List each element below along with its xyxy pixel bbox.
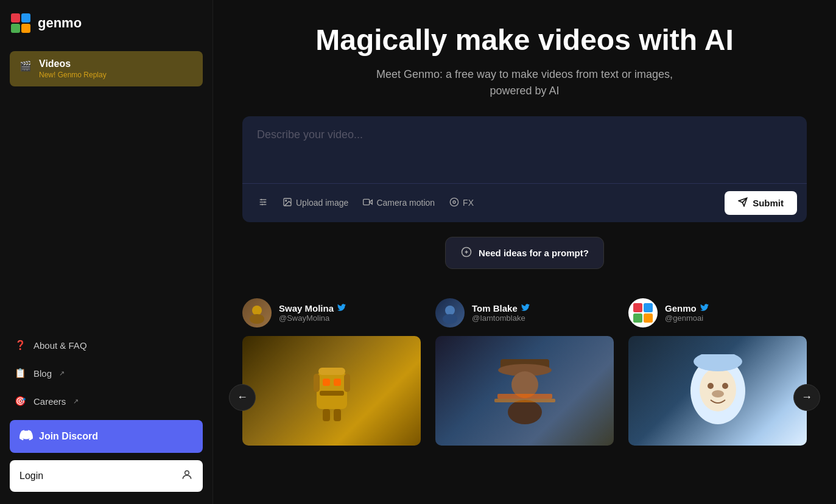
svg-rect-2 — [11, 24, 20, 33]
video-thumb-sway[interactable] — [242, 336, 421, 446]
svg-rect-21 — [323, 379, 330, 386]
external-link-icon-2: ↗ — [73, 397, 79, 405]
fx-button[interactable]: FX — [443, 192, 480, 214]
arrow-left-icon: ← — [237, 391, 248, 404]
hero-subtitle: Meet Genmo: a free way to make videos fr… — [242, 66, 807, 99]
ideas-label: Need ideas for a prompt? — [479, 248, 589, 258]
fx-icon — [449, 197, 459, 209]
sidebar-item-careers[interactable]: 🎯 Careers ↗ — [10, 390, 203, 413]
svg-point-30 — [443, 314, 457, 324]
toolbar: Upload image Camera motion FX Submit — [242, 183, 807, 222]
svg-rect-0 — [11, 13, 20, 23]
help-icon: ❓ — [15, 340, 26, 351]
ideas-button[interactable]: Need ideas for a prompt? — [445, 237, 604, 269]
svg-point-14 — [450, 198, 458, 206]
login-button[interactable]: Login — [10, 460, 203, 492]
upload-image-button[interactable]: Upload image — [276, 192, 354, 214]
svg-point-29 — [445, 306, 455, 315]
user-name-sway: Sway Molina — [279, 303, 334, 313]
discord-icon — [19, 429, 33, 444]
app-name: genmo — [38, 15, 82, 31]
testimonials-row: Sway Molina @SwayMolina — [242, 298, 807, 446]
svg-rect-23 — [320, 391, 344, 396]
user-name-tom: Tom Blake — [472, 303, 518, 313]
upload-image-label: Upload image — [296, 198, 348, 208]
svg-point-42 — [700, 368, 736, 411]
svg-rect-38 — [644, 303, 653, 312]
blog-label: Blog — [33, 368, 52, 379]
video-thumb-genmo[interactable] — [628, 336, 807, 446]
twitter-icon-genmo — [700, 303, 709, 313]
carousel-next-button[interactable]: → — [793, 384, 820, 411]
camera-motion-button[interactable]: Camera motion — [357, 192, 441, 214]
svg-rect-13 — [364, 199, 370, 205]
svg-rect-22 — [334, 379, 341, 386]
careers-label: Careers — [33, 396, 66, 407]
user-name-genmo: Genmo — [665, 303, 697, 313]
avatar-genmo — [628, 298, 658, 327]
svg-rect-37 — [633, 303, 642, 312]
settings-icon — [258, 197, 268, 209]
svg-point-19 — [250, 314, 264, 324]
twitter-icon-sway — [337, 303, 346, 313]
videos-label: Videos — [39, 58, 107, 69]
svg-point-4 — [185, 471, 189, 475]
discord-label: Join Discord — [39, 431, 98, 442]
arrow-right-icon: → — [801, 391, 812, 404]
twitter-icon-tom — [521, 303, 530, 313]
upload-icon — [283, 197, 292, 209]
svg-rect-26 — [323, 409, 330, 421]
svg-rect-40 — [644, 313, 653, 323]
user-handle-sway: @SwayMolina — [279, 313, 421, 323]
sidebar: genmo 🎬 Videos New! Genmo Replay ❓ About… — [0, 0, 213, 504]
testimonials-section: ← Sway Molina @SwayM — [242, 298, 807, 446]
ideas-icon — [460, 246, 472, 260]
svg-point-45 — [712, 390, 724, 397]
svg-rect-24 — [314, 374, 320, 392]
testimonial-card-sway-molina: Sway Molina @SwayMolina — [242, 298, 421, 446]
svg-rect-3 — [21, 24, 30, 33]
sidebar-item-blog[interactable]: 📋 Blog ↗ — [10, 362, 203, 385]
prompt-input[interactable] — [257, 128, 792, 167]
submit-label: Submit — [753, 198, 784, 208]
camera-motion-label: Camera motion — [376, 198, 435, 208]
user-icon — [181, 469, 193, 483]
svg-rect-25 — [344, 374, 350, 392]
svg-rect-1 — [21, 13, 30, 23]
svg-rect-39 — [633, 313, 642, 323]
svg-point-12 — [286, 200, 287, 201]
svg-point-43 — [708, 383, 714, 389]
hero-title: Magically make videos with AI — [242, 24, 807, 57]
svg-point-34 — [508, 400, 542, 424]
logo-area[interactable]: genmo — [10, 12, 203, 34]
carousel-prev-button[interactable]: ← — [229, 384, 256, 411]
svg-point-18 — [252, 306, 262, 315]
sidebar-item-videos[interactable]: 🎬 Videos New! Genmo Replay — [10, 51, 203, 86]
avatar-sway — [242, 298, 272, 327]
svg-rect-27 — [334, 409, 341, 421]
video-thumb-tom[interactable] — [435, 336, 614, 446]
careers-icon: 🎯 — [15, 396, 26, 407]
about-faq-label: About & FAQ — [33, 340, 87, 351]
submit-button[interactable]: Submit — [725, 191, 797, 215]
sidebar-bottom: ❓ About & FAQ 📋 Blog ↗ 🎯 Careers ↗ Join … — [10, 334, 203, 492]
sidebar-item-about-faq[interactable]: ❓ About & FAQ — [10, 334, 203, 357]
login-label: Login — [19, 471, 43, 481]
blog-icon: 📋 — [15, 368, 26, 379]
svg-point-44 — [722, 383, 728, 389]
settings-button[interactable] — [252, 192, 274, 214]
prompt-box — [242, 116, 807, 183]
join-discord-button[interactable]: Join Discord — [10, 420, 203, 453]
fx-label: FX — [463, 198, 474, 208]
camera-icon — [363, 197, 373, 209]
genmo-logo-icon — [10, 12, 32, 34]
user-handle-genmo: @genmoai — [665, 313, 807, 323]
prompt-container: Upload image Camera motion FX Submit — [242, 116, 807, 222]
testimonial-card-tom-blake: Tom Blake @Iamtomblake — [435, 298, 614, 446]
video-icon: 🎬 — [19, 60, 32, 72]
external-link-icon: ↗ — [59, 369, 65, 377]
testimonial-card-genmo: Genmo @genmoai — [628, 298, 807, 446]
send-icon — [738, 197, 748, 209]
svg-point-15 — [453, 201, 455, 203]
user-handle-tom: @Iamtomblake — [472, 313, 614, 323]
